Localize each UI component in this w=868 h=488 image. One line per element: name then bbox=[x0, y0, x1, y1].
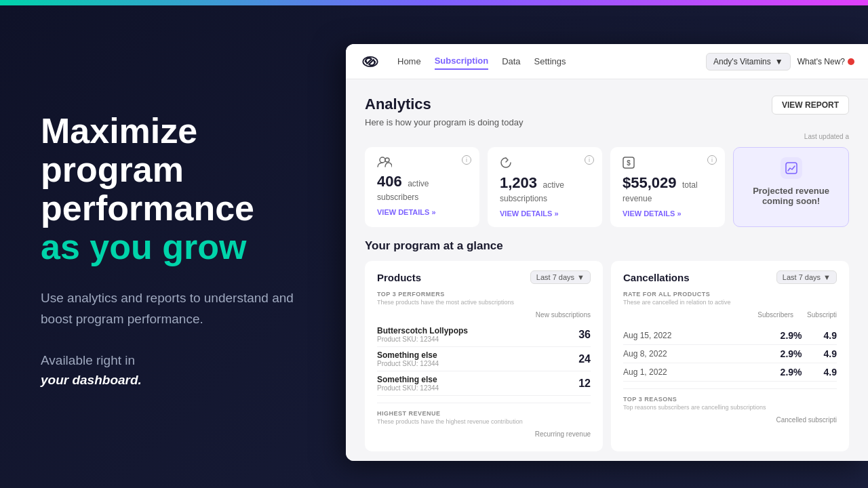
revenue-amount: $55,029 bbox=[623, 174, 677, 191]
hero-line3: performance bbox=[41, 188, 254, 228]
analytics-subtitle: Here is how your program is doing today bbox=[365, 117, 849, 127]
cancel-pct1-3: 2.9% bbox=[781, 367, 802, 378]
products-period-label: Last 7 days bbox=[536, 273, 574, 281]
hero-line2: program bbox=[41, 150, 184, 189]
notification-dot bbox=[848, 58, 854, 65]
products-section-desc: These products have the most active subs… bbox=[377, 299, 591, 306]
stat-card-projected: Projected revenue coming soon! bbox=[733, 147, 849, 227]
svg-point-1 bbox=[380, 157, 385, 163]
revenue-view-details[interactable]: VIEW DETAILS » bbox=[623, 209, 713, 218]
product-name-1: Butterscotch Lollypops bbox=[377, 326, 468, 336]
cancellations-section-desc: These are cancelled in relation to activ… bbox=[623, 299, 837, 306]
cancel-pct2-3: 4.9 bbox=[824, 367, 837, 378]
cancellations-col2-header: Subscripti bbox=[807, 311, 837, 319]
stat-revenue-value-row: $55,029 total revenue bbox=[623, 174, 713, 204]
subscribers-icon bbox=[377, 157, 467, 170]
nav-link-home[interactable]: Home bbox=[397, 54, 421, 69]
subscriptions-view-details[interactable]: VIEW DETAILS » bbox=[500, 209, 590, 218]
stat-card-subscriptions: i 1,203 active subscriptions VIEW DETAIL… bbox=[488, 147, 602, 227]
main-content: Analytics VIEW REPORT Here is how your p… bbox=[346, 79, 868, 461]
table-row: Aug 8, 2022 2.9% 4.9 bbox=[623, 345, 837, 363]
table-row: Aug 1, 2022 2.9% 4.9 bbox=[623, 363, 837, 382]
product-value-1: 36 bbox=[578, 329, 591, 341]
chevron-down-icon: ▼ bbox=[775, 57, 783, 66]
product-value-2: 24 bbox=[578, 353, 591, 365]
hero-title: Maximize program performance as you grow bbox=[41, 112, 305, 267]
products-card-title: Products bbox=[377, 272, 421, 283]
stat-subscribers-value-row: 406 active subscribers bbox=[377, 173, 467, 203]
outer-wrapper: Maximize program performance as you grow… bbox=[0, 0, 868, 488]
products-period-dropdown[interactable]: Last 7 days ▼ bbox=[530, 270, 591, 284]
nav-link-data[interactable]: Data bbox=[502, 54, 520, 69]
cancel-date-1: Aug 15, 2022 bbox=[623, 331, 671, 340]
last-updated: Last updated a bbox=[365, 133, 849, 140]
cancel-pct2-2: 4.9 bbox=[824, 348, 837, 359]
products-col-header: New subscriptions bbox=[377, 311, 591, 319]
cancellations-col1-header: Subscribers bbox=[757, 311, 793, 319]
products-card-header: Products Last 7 days ▼ bbox=[377, 270, 591, 284]
cancellations-card-header: Cancellations Last 7 days ▼ bbox=[623, 270, 837, 284]
hero-line1: Maximize bbox=[41, 111, 197, 150]
store-name: Andy's Vitamins bbox=[713, 57, 771, 66]
info-icon-subscribers[interactable]: i bbox=[462, 155, 471, 165]
cancellations-card-title: Cancellations bbox=[623, 272, 690, 283]
table-row: Something else Product SKU: 12344 12 bbox=[377, 371, 591, 396]
hero-available: Available right in your dashboard. bbox=[41, 351, 305, 390]
nav-link-settings[interactable]: Settings bbox=[534, 54, 566, 69]
svg-point-2 bbox=[385, 158, 389, 162]
nav-links: Home Subscription Data Settings bbox=[397, 53, 706, 70]
table-row: Aug 15, 2022 2.9% 4.9 bbox=[623, 327, 837, 345]
store-dropdown[interactable]: Andy's Vitamins ▼ bbox=[706, 53, 791, 70]
glance-title: Your program at a glance bbox=[365, 239, 849, 253]
svg-text:$: $ bbox=[627, 159, 631, 167]
cancel-pct2-1: 4.9 bbox=[824, 330, 837, 341]
nav-right: Andy's Vitamins ▼ What's New? bbox=[706, 53, 854, 70]
product-name-3: Something else bbox=[377, 375, 439, 384]
cancel-pct1-1: 2.9% bbox=[781, 330, 802, 341]
info-icon-revenue[interactable]: i bbox=[707, 155, 717, 165]
hero-highlight: as you grow bbox=[41, 227, 246, 266]
top3-label: TOP 3 REASONS bbox=[623, 396, 837, 403]
products-section-label: TOP 3 PERFORMERS bbox=[377, 291, 591, 298]
product-sku-3: Product SKU: 12344 bbox=[377, 384, 439, 392]
info-icon-subscriptions[interactable]: i bbox=[585, 155, 594, 165]
products-card: Products Last 7 days ▼ TOP 3 PERFORMERS … bbox=[365, 261, 603, 451]
product-value-3: 12 bbox=[578, 378, 591, 390]
cancellations-period-dropdown[interactable]: Last 7 days ▼ bbox=[776, 270, 837, 284]
highest-revenue-desc: These products have the highest revenue … bbox=[377, 418, 591, 425]
svg-rect-5 bbox=[786, 163, 797, 174]
whats-new-label: What's New? bbox=[797, 57, 845, 66]
analytics-title: Analytics bbox=[365, 96, 431, 113]
top3-desc: Top reasons subscribers are cancelling s… bbox=[623, 404, 837, 411]
stat-subscriptions-value-row: 1,203 active subscriptions bbox=[500, 174, 590, 204]
cancel-pct1-2: 2.9% bbox=[781, 348, 802, 359]
cancellations-chevron-icon: ▼ bbox=[823, 273, 831, 281]
refresh-icon bbox=[500, 157, 590, 171]
view-report-button[interactable]: VIEW REPORT bbox=[772, 96, 849, 115]
products-chevron-icon: ▼ bbox=[577, 273, 585, 281]
cancel-date-2: Aug 8, 2022 bbox=[623, 349, 667, 359]
nav-link-subscription[interactable]: Subscription bbox=[435, 53, 488, 70]
left-panel: Maximize program performance as you grow… bbox=[0, 0, 346, 488]
nav-bar: Home Subscription Data Settings Andy's V… bbox=[346, 44, 868, 79]
product-sku-1: Product SKU: 12344 bbox=[377, 336, 468, 343]
stat-card-revenue: i $ $55,029 total revenue VIEW DETAILS » bbox=[610, 147, 725, 227]
stat-card-subscribers: i 406 active subscribers VIEW DETAIL bbox=[365, 147, 479, 227]
whats-new[interactable]: What's New? bbox=[797, 57, 854, 66]
dollar-icon: $ bbox=[623, 157, 713, 171]
cancellations-card: Cancellations Last 7 days ▼ RATE FOR ALL… bbox=[611, 261, 849, 451]
top3-col: Cancelled subscripti bbox=[623, 416, 837, 424]
dashboard-panel: Home Subscription Data Settings Andy's V… bbox=[346, 44, 868, 461]
cancellations-period-label: Last 7 days bbox=[783, 273, 821, 281]
nav-logo bbox=[359, 54, 381, 69]
product-name-2: Something else bbox=[377, 350, 439, 360]
highest-revenue-label: HIGHEST REVENUE bbox=[377, 410, 591, 417]
projected-icon bbox=[781, 157, 802, 179]
highest-revenue-col: Recurring revenue bbox=[377, 430, 591, 438]
glance-grid: Products Last 7 days ▼ TOP 3 PERFORMERS … bbox=[365, 261, 849, 451]
product-sku-2: Product SKU: 12344 bbox=[377, 360, 439, 367]
top3-reasons-section: TOP 3 REASONS Top reasons subscribers ar… bbox=[623, 388, 837, 424]
stats-row: i 406 active subscribers VIEW DETAIL bbox=[365, 147, 849, 227]
subscribers-view-details[interactable]: VIEW DETAILS » bbox=[377, 208, 467, 216]
table-row: Butterscotch Lollypops Product SKU: 1234… bbox=[377, 323, 591, 347]
